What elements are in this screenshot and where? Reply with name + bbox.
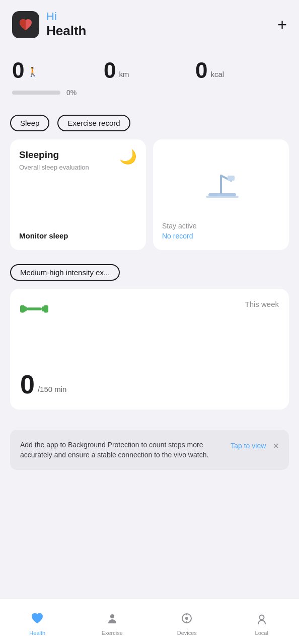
- intensity-pill-row: Medium-high intensity ex...: [10, 264, 289, 281]
- bottom-nav: Health Exercise Devices: [0, 599, 299, 644]
- intensity-section: Medium-high intensity ex... This week 0 …: [0, 264, 299, 420]
- exercise-pill[interactable]: Exercise record: [57, 115, 130, 131]
- exercise-no-record: No record: [162, 232, 280, 240]
- background-protection-banner: Add the app to Background Protection to …: [10, 430, 289, 470]
- greeting-text: Hi: [46, 10, 86, 23]
- distance-number: 0: [104, 59, 116, 82]
- stats-section: 0 🚶 0 km 0 kcal 0%: [0, 45, 299, 101]
- exercise-record-card[interactable]: Stay active No record: [153, 139, 289, 250]
- intensity-pill[interactable]: Medium-high intensity ex...: [10, 264, 120, 281]
- banner-text: Add the app to Background Protection to …: [20, 440, 225, 460]
- intensity-card[interactable]: This week 0 /150 min: [10, 289, 289, 410]
- nav-item-health[interactable]: Health: [0, 607, 75, 636]
- treadmill-illustration: [162, 153, 280, 218]
- local-nav-label: Local: [255, 630, 268, 636]
- nav-item-local[interactable]: Local: [225, 607, 300, 636]
- svg-point-12: [185, 617, 188, 620]
- local-nav-icon: [255, 611, 269, 627]
- header: Hi Health +: [0, 0, 299, 45]
- sleep-pill[interactable]: Sleep: [10, 115, 49, 131]
- exercise-nav-label: Exercise: [102, 630, 123, 636]
- banner-actions: Tap to view ×: [231, 441, 279, 451]
- sleep-card[interactable]: Sleeping Overall sleep evaluation 🌙 Moni…: [10, 139, 146, 250]
- distance-unit: km: [119, 70, 129, 78]
- add-button[interactable]: +: [277, 17, 287, 33]
- svg-point-15: [259, 615, 264, 620]
- exercise-nav-icon: [105, 611, 119, 627]
- header-left: Hi Health: [12, 10, 86, 39]
- steps-icon: 🚶: [27, 66, 38, 77]
- svg-rect-6: [24, 306, 27, 311]
- nav-item-exercise[interactable]: Exercise: [75, 607, 150, 636]
- spacer: [0, 470, 299, 525]
- svg-rect-9: [44, 305, 48, 312]
- exercise-stay-active: Stay active: [162, 222, 280, 230]
- cards-section: Sleep Exercise record Sleeping Overall s…: [0, 101, 299, 250]
- devices-nav-label: Devices: [177, 630, 197, 636]
- devices-nav-icon: [180, 611, 194, 627]
- svg-rect-4: [228, 176, 235, 181]
- svg-rect-7: [27, 307, 42, 310]
- cards-row: Sleeping Overall sleep evaluation 🌙 Moni…: [10, 139, 289, 250]
- stats-row: 0 🚶 0 km 0 kcal: [12, 59, 287, 82]
- progress-row: 0%: [12, 89, 287, 97]
- steps-number: 0: [12, 59, 24, 82]
- app-icon: [12, 11, 39, 38]
- intensity-number-row: 0 /150 min: [20, 371, 279, 397]
- calories-number: 0: [195, 59, 207, 82]
- calories-stat: 0 kcal: [195, 59, 287, 82]
- steps-stat: 0 🚶: [12, 59, 104, 82]
- section-label-row: Sleep Exercise record: [10, 115, 289, 131]
- intensity-unit: /150 min: [38, 385, 67, 393]
- svg-rect-1: [206, 196, 239, 198]
- header-title-block: Hi Health: [46, 10, 86, 39]
- calories-unit: kcal: [210, 70, 224, 78]
- intensity-top: This week: [20, 299, 279, 319]
- banner-close-button[interactable]: ×: [273, 441, 279, 451]
- progress-bar-bg: [12, 91, 60, 95]
- this-week-label: This week: [245, 300, 279, 308]
- sleep-card-bottom: Monitor sleep: [19, 231, 137, 240]
- app-title: Health: [46, 23, 86, 39]
- health-nav-icon: [30, 611, 44, 627]
- tap-to-view-button[interactable]: Tap to view: [231, 442, 266, 450]
- progress-label: 0%: [66, 89, 77, 97]
- svg-point-10: [110, 614, 114, 618]
- dumbbell-icon: [20, 299, 48, 319]
- sleep-moon-icon: 🌙: [119, 148, 137, 165]
- nav-item-devices[interactable]: Devices: [150, 607, 225, 636]
- distance-stat: 0 km: [104, 59, 195, 82]
- intensity-number: 0: [20, 371, 35, 397]
- health-nav-label: Health: [29, 630, 45, 636]
